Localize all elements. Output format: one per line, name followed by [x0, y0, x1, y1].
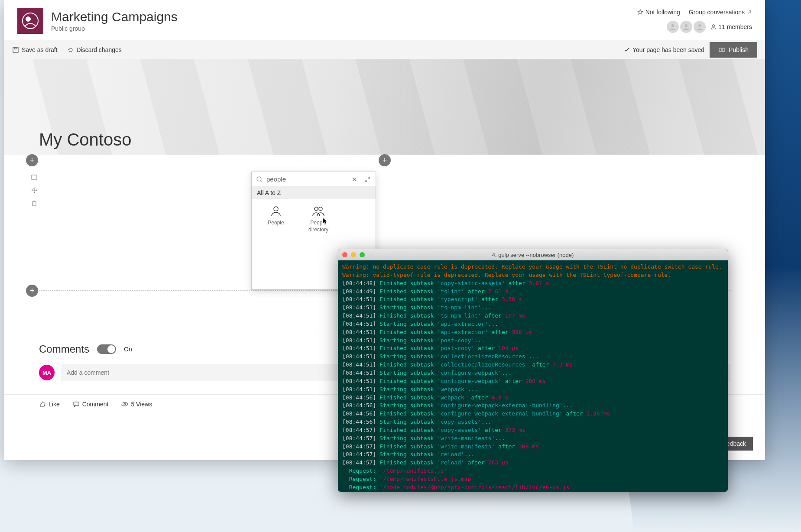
comment-button[interactable]: Comment: [73, 401, 109, 408]
external-link-icon: [747, 10, 752, 15]
site-logo[interactable]: [17, 8, 43, 34]
comments-toggle-label: On: [124, 346, 132, 353]
svg-point-4: [698, 24, 701, 27]
people-group-icon: [312, 205, 325, 217]
page-title[interactable]: My Contoso: [39, 130, 131, 149]
eye-icon: [121, 401, 128, 408]
svg-point-5: [713, 25, 715, 27]
saved-status: Your page has been saved: [624, 46, 704, 53]
person-icon: [710, 24, 717, 30]
search-icon: [256, 176, 263, 183]
undo-icon: [67, 46, 74, 53]
svg-point-17: [319, 207, 322, 211]
comments-toggle[interactable]: [97, 344, 116, 354]
like-button[interactable]: Like: [39, 401, 60, 408]
discard-button[interactable]: Discard changes: [67, 46, 122, 53]
svg-point-15: [274, 207, 278, 211]
svg-rect-8: [719, 48, 721, 52]
svg-rect-9: [722, 48, 724, 52]
site-header: Marketing Campaigns Public group Not fol…: [4, 0, 765, 40]
views-count: 5 Views: [121, 401, 152, 408]
comments-title: Comments: [39, 343, 89, 355]
checkmark-icon: [624, 47, 630, 53]
toolbox-expand-button[interactable]: [364, 176, 370, 182]
toolbox-item-people-directory[interactable]: People directory: [304, 205, 333, 233]
terminal-titlebar[interactable]: 4. gulp serve --nobrowser (node): [338, 249, 728, 260]
user-avatar: MA: [39, 365, 55, 380]
terminal-window[interactable]: 4. gulp serve --nobrowser (node) Warning…: [338, 249, 728, 492]
toolbox-item-people[interactable]: People: [261, 205, 291, 233]
svg-point-14: [257, 177, 261, 181]
svg-rect-7: [14, 47, 17, 49]
not-following-link[interactable]: Not following: [637, 9, 680, 16]
cursor-icon: [323, 218, 327, 224]
person-icon: [270, 205, 282, 217]
member-avatar: [694, 21, 706, 33]
save-icon: [12, 46, 19, 53]
member-avatar: [680, 21, 692, 33]
svg-point-16: [315, 207, 318, 211]
publish-icon: [718, 46, 725, 53]
terminal-title: 4. gulp serve --nobrowser (node): [338, 252, 728, 258]
star-icon: [637, 9, 643, 15]
save-draft-button[interactable]: Save as draft: [12, 46, 58, 53]
svg-rect-6: [13, 47, 18, 52]
svg-rect-11: [74, 402, 79, 405]
publish-button[interactable]: Publish: [710, 42, 757, 58]
svg-point-1: [26, 16, 31, 22]
site-title[interactable]: Marketing Campaigns: [51, 10, 178, 24]
toolbox-close-button[interactable]: [351, 176, 357, 182]
svg-point-13: [124, 403, 126, 405]
svg-point-12: [122, 402, 128, 406]
svg-point-2: [671, 24, 674, 27]
command-bar: Save as draft Discard changes Your page …: [4, 40, 765, 59]
site-subtitle: Public group: [51, 25, 178, 32]
svg-point-0: [23, 13, 38, 29]
add-section-button[interactable]: +: [26, 285, 38, 297]
terminal-output[interactable]: Warning: no-duplicate-case rule is depre…: [338, 260, 728, 492]
thumbs-up-icon: [39, 401, 46, 408]
toolbox-search-row: [252, 172, 376, 187]
members-row[interactable]: 11 members: [667, 21, 752, 33]
group-conversations-link[interactable]: Group conversations: [689, 9, 752, 16]
member-avatar: [667, 21, 679, 33]
hero-banner: My Contoso: [4, 59, 765, 155]
members-count[interactable]: 11 members: [710, 23, 752, 30]
toolbox-category-header: All A to Z: [252, 187, 376, 199]
svg-point-3: [685, 24, 687, 27]
comment-icon: [73, 401, 80, 408]
